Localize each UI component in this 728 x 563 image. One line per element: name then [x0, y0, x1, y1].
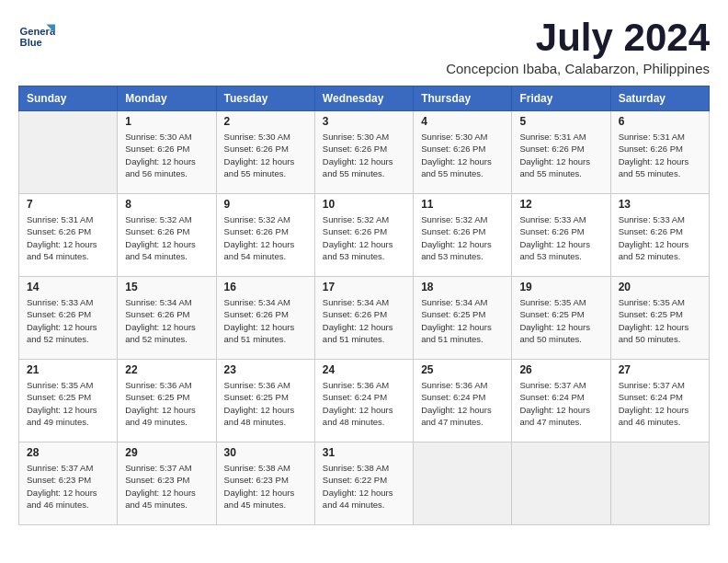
- calendar-cell: 4Sunrise: 5:30 AMSunset: 6:26 PMDaylight…: [414, 111, 512, 194]
- day-number: 21: [27, 363, 109, 376]
- calendar-cell: 9Sunrise: 5:32 AMSunset: 6:26 PMDaylight…: [216, 194, 314, 277]
- header-tuesday: Tuesday: [216, 86, 314, 111]
- day-info: Sunrise: 5:31 AMSunset: 6:26 PMDaylight:…: [519, 131, 602, 179]
- calendar-cell: 8Sunrise: 5:32 AMSunset: 6:26 PMDaylight…: [118, 194, 216, 277]
- day-info: Sunrise: 5:36 AMSunset: 6:25 PMDaylight:…: [125, 379, 208, 428]
- day-number: 18: [421, 281, 504, 293]
- day-number: 20: [619, 281, 701, 293]
- location-title: Concepcion Ibaba, Calabarzon, Philippine…: [446, 61, 710, 76]
- day-number: 27: [619, 363, 701, 376]
- day-info: Sunrise: 5:38 AMSunset: 6:23 PMDaylight:…: [224, 462, 307, 511]
- calendar-cell: [414, 442, 512, 525]
- day-info: Sunrise: 5:33 AMSunset: 6:26 PMDaylight:…: [519, 213, 602, 262]
- day-info: Sunrise: 5:36 AMSunset: 6:25 PMDaylight:…: [224, 379, 307, 428]
- calendar-cell: 19Sunrise: 5:35 AMSunset: 6:25 PMDayligh…: [512, 277, 610, 360]
- day-info: Sunrise: 5:34 AMSunset: 6:25 PMDaylight:…: [421, 296, 504, 345]
- day-number: 23: [224, 363, 307, 376]
- day-info: Sunrise: 5:37 AMSunset: 6:24 PMDaylight:…: [619, 379, 701, 428]
- day-number: 25: [421, 363, 504, 376]
- calendar-cell: [512, 442, 610, 525]
- calendar-cell: 21Sunrise: 5:35 AMSunset: 6:25 PMDayligh…: [19, 360, 118, 442]
- day-number: 16: [224, 281, 307, 293]
- calendar-cell: 30Sunrise: 5:38 AMSunset: 6:23 PMDayligh…: [216, 442, 314, 525]
- day-number: 28: [27, 446, 109, 459]
- logo-icon: General Blue: [18, 18, 55, 55]
- day-number: 12: [519, 198, 602, 211]
- day-info: Sunrise: 5:35 AMSunset: 6:25 PMDaylight:…: [619, 296, 701, 345]
- day-info: Sunrise: 5:35 AMSunset: 6:25 PMDaylight:…: [519, 296, 602, 345]
- page-header: General Blue General Blue July 2024 Conc…: [18, 18, 710, 76]
- day-info: Sunrise: 5:33 AMSunset: 6:26 PMDaylight:…: [27, 296, 109, 345]
- day-info: Sunrise: 5:30 AMSunset: 6:26 PMDaylight:…: [421, 131, 504, 179]
- day-info: Sunrise: 5:38 AMSunset: 6:22 PMDaylight:…: [323, 462, 405, 511]
- calendar-cell: 1Sunrise: 5:30 AMSunset: 6:26 PMDaylight…: [118, 111, 216, 194]
- day-number: 2: [224, 115, 307, 128]
- header-sunday: Sunday: [19, 86, 118, 111]
- calendar-cell: 7Sunrise: 5:31 AMSunset: 6:26 PMDaylight…: [19, 194, 118, 277]
- day-info: Sunrise: 5:30 AMSunset: 6:26 PMDaylight:…: [323, 131, 405, 179]
- calendar-table: Sunday Monday Tuesday Wednesday Thursday…: [18, 86, 710, 525]
- day-number: 6: [619, 115, 701, 128]
- calendar-header-row: Sunday Monday Tuesday Wednesday Thursday…: [19, 86, 710, 111]
- day-info: Sunrise: 5:37 AMSunset: 6:23 PMDaylight:…: [27, 462, 109, 511]
- day-number: 22: [125, 363, 208, 376]
- calendar-cell: 23Sunrise: 5:36 AMSunset: 6:25 PMDayligh…: [216, 360, 314, 442]
- day-info: Sunrise: 5:32 AMSunset: 6:26 PMDaylight:…: [224, 213, 307, 262]
- calendar-cell: 16Sunrise: 5:34 AMSunset: 6:26 PMDayligh…: [216, 277, 314, 360]
- day-number: 1: [125, 115, 208, 128]
- calendar-cell: 14Sunrise: 5:33 AMSunset: 6:26 PMDayligh…: [19, 277, 118, 360]
- header-wednesday: Wednesday: [314, 86, 413, 111]
- calendar-cell: 10Sunrise: 5:32 AMSunset: 6:26 PMDayligh…: [314, 194, 413, 277]
- day-info: Sunrise: 5:30 AMSunset: 6:26 PMDaylight:…: [224, 131, 307, 179]
- day-number: 17: [323, 281, 405, 293]
- calendar-cell: 13Sunrise: 5:33 AMSunset: 6:26 PMDayligh…: [610, 194, 709, 277]
- day-number: 8: [125, 198, 208, 211]
- calendar-cell: 25Sunrise: 5:36 AMSunset: 6:24 PMDayligh…: [414, 360, 512, 442]
- day-info: Sunrise: 5:31 AMSunset: 6:26 PMDaylight:…: [27, 213, 109, 262]
- day-number: 11: [421, 198, 504, 211]
- calendar-cell: 11Sunrise: 5:32 AMSunset: 6:26 PMDayligh…: [414, 194, 512, 277]
- calendar-cell: 27Sunrise: 5:37 AMSunset: 6:24 PMDayligh…: [610, 360, 709, 442]
- calendar-cell: 28Sunrise: 5:37 AMSunset: 6:23 PMDayligh…: [19, 442, 118, 525]
- header-friday: Friday: [512, 86, 610, 111]
- calendar-cell: 3Sunrise: 5:30 AMSunset: 6:26 PMDaylight…: [314, 111, 413, 194]
- logo: General Blue General Blue: [18, 18, 55, 55]
- calendar-week-3: 14Sunrise: 5:33 AMSunset: 6:26 PMDayligh…: [19, 277, 710, 360]
- day-info: Sunrise: 5:37 AMSunset: 6:24 PMDaylight:…: [519, 379, 602, 428]
- header-saturday: Saturday: [610, 86, 709, 111]
- svg-text:Blue: Blue: [20, 37, 42, 48]
- title-block: July 2024 Concepcion Ibaba, Calabarzon, …: [446, 18, 710, 76]
- day-number: 19: [519, 281, 602, 293]
- calendar-cell: 31Sunrise: 5:38 AMSunset: 6:22 PMDayligh…: [314, 442, 413, 525]
- calendar-cell: [19, 111, 118, 194]
- day-number: 7: [27, 198, 109, 211]
- day-info: Sunrise: 5:31 AMSunset: 6:26 PMDaylight:…: [619, 131, 701, 179]
- calendar-week-4: 21Sunrise: 5:35 AMSunset: 6:25 PMDayligh…: [19, 360, 710, 442]
- calendar-cell: 17Sunrise: 5:34 AMSunset: 6:26 PMDayligh…: [314, 277, 413, 360]
- calendar-cell: 20Sunrise: 5:35 AMSunset: 6:25 PMDayligh…: [610, 277, 709, 360]
- day-number: 29: [125, 446, 208, 459]
- day-info: Sunrise: 5:32 AMSunset: 6:26 PMDaylight:…: [125, 213, 208, 262]
- day-number: 10: [323, 198, 405, 211]
- day-number: 30: [224, 446, 307, 459]
- calendar-cell: 5Sunrise: 5:31 AMSunset: 6:26 PMDaylight…: [512, 111, 610, 194]
- day-number: 9: [224, 198, 307, 211]
- day-info: Sunrise: 5:37 AMSunset: 6:23 PMDaylight:…: [125, 462, 208, 511]
- day-info: Sunrise: 5:36 AMSunset: 6:24 PMDaylight:…: [323, 379, 405, 428]
- day-info: Sunrise: 5:34 AMSunset: 6:26 PMDaylight:…: [224, 296, 307, 345]
- day-info: Sunrise: 5:34 AMSunset: 6:26 PMDaylight:…: [323, 296, 405, 345]
- header-thursday: Thursday: [414, 86, 512, 111]
- calendar-cell: 6Sunrise: 5:31 AMSunset: 6:26 PMDaylight…: [610, 111, 709, 194]
- day-number: 24: [323, 363, 405, 376]
- day-number: 14: [27, 281, 109, 293]
- calendar-cell: 26Sunrise: 5:37 AMSunset: 6:24 PMDayligh…: [512, 360, 610, 442]
- day-number: 3: [323, 115, 405, 128]
- day-info: Sunrise: 5:33 AMSunset: 6:26 PMDaylight:…: [619, 213, 701, 262]
- day-number: 13: [619, 198, 701, 211]
- calendar-cell: [610, 442, 709, 525]
- header-monday: Monday: [118, 86, 216, 111]
- calendar-cell: 2Sunrise: 5:30 AMSunset: 6:26 PMDaylight…: [216, 111, 314, 194]
- day-info: Sunrise: 5:35 AMSunset: 6:25 PMDaylight:…: [27, 379, 109, 428]
- calendar-week-2: 7Sunrise: 5:31 AMSunset: 6:26 PMDaylight…: [19, 194, 710, 277]
- calendar-week-5: 28Sunrise: 5:37 AMSunset: 6:23 PMDayligh…: [19, 442, 710, 525]
